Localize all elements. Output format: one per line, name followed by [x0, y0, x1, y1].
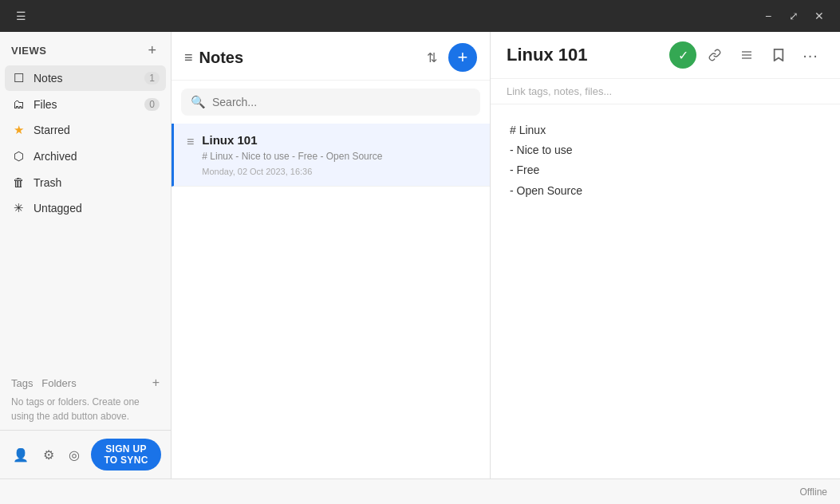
notes-label: Notes: [34, 72, 136, 85]
star-icon: ★: [11, 123, 26, 137]
editor-tags-bar[interactable]: Link tags, notes, files...: [491, 79, 840, 104]
editor-content[interactable]: # Linux - Nice to use - Free - Open Sour…: [491, 104, 840, 478]
search-icon: 🔍: [191, 95, 206, 109]
format-button[interactable]: [733, 41, 760, 69]
help-icon[interactable]: ◎: [65, 444, 83, 466]
note-item-title: Linux 101: [202, 133, 382, 147]
titlebar: ☰ − ⤢ ✕: [0, 0, 840, 32]
tags-empty-message: No tags or folders. Create one using the…: [11, 395, 160, 423]
tags-section: Tags Folders + No tags or folders. Creat…: [0, 366, 171, 430]
untagged-label: Untagged: [34, 202, 160, 215]
maximize-button[interactable]: ⤢: [783, 5, 805, 27]
sidebar-nav: ☐ Notes 1 🗂 Files 0 ★ Starred ⬡ Archived: [0, 65, 171, 366]
note-item-body: Linux 101 # Linux - Nice to use - Free -…: [202, 133, 382, 176]
sidebar-item-files[interactable]: 🗂 Files 0: [5, 92, 166, 116]
tags-header: Tags Folders +: [11, 376, 160, 390]
sidebar-item-notes[interactable]: ☐ Notes 1: [5, 65, 166, 91]
note-list-actions: ⇅ +: [422, 43, 477, 72]
note-list-title-row: ≡ Notes: [184, 49, 243, 67]
archived-label: Archived: [34, 150, 160, 163]
tags-placeholder: Link tags, notes, files...: [507, 85, 612, 97]
tags-title: Tags Folders: [11, 377, 77, 389]
files-label: Files: [34, 98, 136, 111]
offline-status: Offline: [800, 486, 827, 498]
sort-button[interactable]: ⇅: [422, 47, 442, 69]
untagged-icon: ✳: [11, 201, 26, 215]
close-button[interactable]: ✕: [808, 5, 830, 27]
link-button[interactable]: [701, 41, 728, 69]
files-count: 0: [144, 98, 160, 111]
archived-icon: ⬡: [11, 149, 26, 163]
add-note-button[interactable]: +: [448, 43, 477, 72]
menu-icon[interactable]: ☰: [10, 5, 32, 27]
note-item-header: ≡ Linux 101 # Linux - Nice to use - Free…: [187, 133, 477, 176]
note-list-title: Notes: [199, 49, 244, 67]
editor-title: Linux 101: [507, 45, 587, 65]
trash-icon: 🗑: [11, 175, 26, 189]
starred-label: Starred: [34, 124, 160, 136]
note-list: ≡ Linux 101 # Linux - Nice to use - Free…: [172, 124, 490, 478]
note-item-icon: ≡: [187, 135, 194, 149]
sidebar-footer: 👤 ⚙ ◎ SIGN UP TO SYNC: [0, 430, 171, 478]
sidebar-item-starred[interactable]: ★ Starred: [5, 117, 166, 143]
sidebar: Views + ☐ Notes 1 🗂 Files 0 ★ Starred: [0, 32, 172, 478]
sidebar-item-trash[interactable]: 🗑 Trash: [5, 170, 166, 195]
views-label: Views: [11, 45, 46, 57]
bookmark-button[interactable]: [765, 41, 792, 69]
note-item-preview: # Linux - Nice to use - Free - Open Sour…: [202, 150, 382, 163]
tags-add-button[interactable]: +: [152, 376, 160, 390]
search-bar[interactable]: 🔍: [181, 89, 480, 116]
offline-bar: Offline: [0, 478, 840, 504]
sidebar-header: Views +: [0, 32, 171, 65]
more-button[interactable]: ···: [797, 41, 824, 69]
settings-icon[interactable]: ⚙: [40, 444, 57, 466]
note-list-icon: ≡: [184, 49, 193, 66]
minimize-button[interactable]: −: [757, 5, 779, 27]
search-input[interactable]: [212, 96, 471, 108]
note-item-date: Monday, 02 Oct 2023, 16:36: [202, 167, 382, 176]
sidebar-item-untagged[interactable]: ✳ Untagged: [5, 195, 166, 221]
note-list-panel: ≡ Notes ⇅ + 🔍 ≡ Linux 101 # Linux - Nice…: [172, 32, 491, 478]
main-layout: Views + ☐ Notes 1 🗂 Files 0 ★ Starred: [0, 32, 840, 478]
trash-label: Trash: [34, 176, 160, 189]
check-button[interactable]: ✓: [669, 41, 696, 69]
account-icon[interactable]: 👤: [10, 444, 32, 466]
note-list-header: ≡ Notes ⇅ +: [172, 32, 490, 81]
notes-count: 1: [144, 72, 160, 85]
sidebar-item-archived[interactable]: ⬡ Archived: [5, 144, 166, 169]
note-item[interactable]: ≡ Linux 101 # Linux - Nice to use - Free…: [172, 124, 490, 187]
views-add-button[interactable]: +: [144, 41, 160, 59]
editor-header: Linux 101 ✓: [491, 32, 840, 79]
editor-panel: Linux 101 ✓: [491, 32, 840, 478]
sync-button[interactable]: SIGN UP TO SYNC: [91, 439, 161, 471]
files-icon: 🗂: [11, 97, 26, 111]
editor-actions: ✓ ···: [669, 41, 824, 69]
notes-icon: ☐: [11, 71, 26, 85]
